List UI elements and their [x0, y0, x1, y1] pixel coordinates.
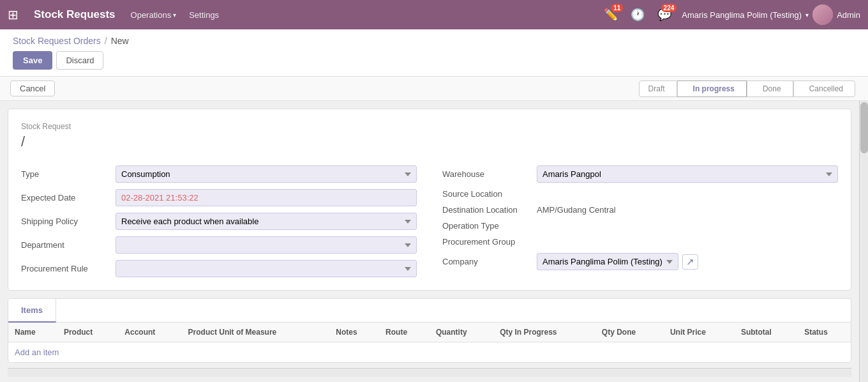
col-qty-done: Qty Done — [595, 323, 664, 342]
admin-label: Admin — [837, 10, 860, 20]
action-buttons: Save Discard — [13, 51, 855, 76]
status-steps: Draft In progress Done Cancelled — [639, 80, 855, 97]
clock-icon: 🕐 — [631, 8, 645, 22]
breadcrumb: Stock Request Orders / New — [13, 36, 855, 46]
destination-location-label: Destination Location — [442, 205, 532, 215]
procurement-rule-label: Procurement Rule — [21, 264, 110, 273]
shipping-policy-select[interactable]: Receive each product when available All … — [116, 213, 417, 230]
form-grid: Type Consumption Transfer Expected Date … — [21, 165, 838, 277]
form-main-title: / — [21, 134, 838, 153]
form-card: Stock Request / Type Consumption Transfe… — [8, 109, 851, 291]
cancel-button[interactable]: Cancel — [10, 80, 55, 96]
add-item-link[interactable]: Add an item — [8, 342, 851, 362]
department-select[interactable] — [116, 236, 417, 254]
items-tab-container: Items Name Product Account Product Unit … — [8, 298, 851, 363]
col-name: Name — [8, 323, 57, 342]
col-status: Status — [798, 323, 851, 342]
col-unit-price: Unit Price — [664, 323, 735, 342]
shipping-policy-row: Shipping Policy Receive each product whe… — [21, 213, 417, 230]
chat-badge: 224 — [661, 4, 677, 12]
shipping-policy-label: Shipping Policy — [21, 217, 110, 226]
items-table-wrapper: Name Product Account Product Unit of Mea… — [8, 323, 851, 362]
procurement-rule-row: Procurement Rule — [21, 260, 417, 277]
warehouse-select[interactable]: Amaris Pangpol — [537, 165, 838, 183]
right-scrollbar[interactable] — [859, 101, 868, 382]
avatar — [812, 4, 833, 25]
form-right: Warehouse Amaris Pangpol Source Location… — [442, 165, 838, 277]
top-navigation: ⊞ Stock Requests Operations ▾ Settings ✏… — [0, 0, 868, 29]
department-row: Department — [21, 236, 417, 254]
source-location-row: Source Location — [442, 189, 838, 199]
type-select[interactable]: Consumption Transfer — [116, 165, 417, 183]
status-cancelled[interactable]: Cancelled — [793, 80, 855, 97]
operation-type-label: Operation Type — [442, 221, 532, 231]
user-menu[interactable]: Amaris Panglima Polim (Testing) ▾ Admin — [682, 4, 860, 25]
expected-date-input[interactable] — [116, 189, 417, 206]
user-menu-arrow: ▾ — [805, 11, 809, 19]
edit-notifications-button[interactable]: ✏️ 11 — [601, 5, 620, 24]
status-draft[interactable]: Draft — [639, 80, 677, 97]
settings-menu-item[interactable]: Settings — [184, 8, 224, 22]
breadcrumb-current: New — [111, 36, 129, 46]
type-row: Type Consumption Transfer — [21, 165, 417, 183]
warehouse-label: Warehouse — [442, 169, 532, 179]
company-select[interactable]: Amaris Panglima Polim (Testing) — [537, 253, 678, 270]
warehouse-row: Warehouse Amaris Pangpol — [442, 165, 838, 183]
tab-items[interactable]: Items — [8, 299, 56, 323]
form-left: Type Consumption Transfer Expected Date … — [21, 165, 417, 277]
items-table: Name Product Account Product Unit of Mea… — [8, 323, 851, 342]
discard-button[interactable]: Discard — [56, 51, 103, 70]
col-route: Route — [379, 323, 430, 342]
company-external-link-icon[interactable]: ↗ — [682, 254, 698, 270]
main-content: Stock Request / Type Consumption Transfe… — [0, 101, 859, 382]
form-section-title: Stock Request — [21, 122, 838, 131]
avatar-image — [812, 4, 833, 25]
clock-button[interactable]: 🕐 — [628, 5, 647, 24]
col-product-uom: Product Unit of Measure — [182, 323, 330, 342]
edit-badge: 11 — [611, 4, 623, 12]
source-location-label: Source Location — [442, 189, 532, 199]
save-button[interactable]: Save — [13, 51, 52, 70]
user-name: Amaris Panglima Polim (Testing) — [682, 10, 802, 20]
tab-header: Items — [8, 299, 851, 323]
status-done[interactable]: Done — [747, 80, 793, 97]
company-label: Company — [442, 257, 532, 266]
status-bar: Cancel Draft In progress Done Cancelled — [0, 77, 868, 101]
destination-location-value: AMP/Gudang Central — [537, 205, 616, 215]
chat-button[interactable]: 💬 224 — [655, 5, 674, 24]
company-row: Company Amaris Panglima Polim (Testing) … — [442, 253, 838, 270]
col-account: Account — [118, 323, 181, 342]
bottom-scrollbar[interactable] — [8, 368, 851, 377]
grid-menu-icon[interactable]: ⊞ — [8, 7, 19, 22]
top-menu: Operations ▾ Settings — [126, 8, 225, 22]
col-product: Product — [57, 323, 118, 342]
department-label: Department — [21, 240, 110, 250]
operations-menu-item[interactable]: Operations ▾ — [126, 8, 182, 22]
company-field-group: Amaris Panglima Polim (Testing) ↗ — [537, 253, 698, 270]
procurement-group-row: Procurement Group — [442, 237, 838, 247]
breadcrumb-separator: / — [105, 36, 107, 46]
page-wrapper: Stock Request / Type Consumption Transfe… — [0, 101, 868, 382]
col-quantity: Quantity — [430, 323, 493, 342]
procurement-rule-select[interactable] — [116, 260, 417, 277]
scrollbar-thumb[interactable] — [860, 102, 868, 153]
breadcrumb-bar: Stock Request Orders / New Save Discard — [0, 29, 868, 77]
operation-type-row: Operation Type — [442, 221, 838, 231]
col-qty-in-progress: Qty In Progress — [493, 323, 595, 342]
app-title: Stock Requests — [34, 8, 116, 21]
breadcrumb-parent[interactable]: Stock Request Orders — [13, 36, 101, 46]
destination-location-row: Destination Location AMP/Gudang Central — [442, 205, 838, 215]
expected-date-row: Expected Date — [21, 189, 417, 206]
content-area: Stock Request / Type Consumption Transfe… — [0, 101, 859, 382]
expected-date-label: Expected Date — [21, 193, 110, 202]
type-label: Type — [21, 169, 110, 179]
table-header-row: Name Product Account Product Unit of Mea… — [8, 323, 851, 342]
col-subtotal: Subtotal — [735, 323, 798, 342]
procurement-group-label: Procurement Group — [442, 237, 532, 247]
col-notes: Notes — [329, 323, 379, 342]
status-in-progress[interactable]: In progress — [677, 80, 747, 97]
